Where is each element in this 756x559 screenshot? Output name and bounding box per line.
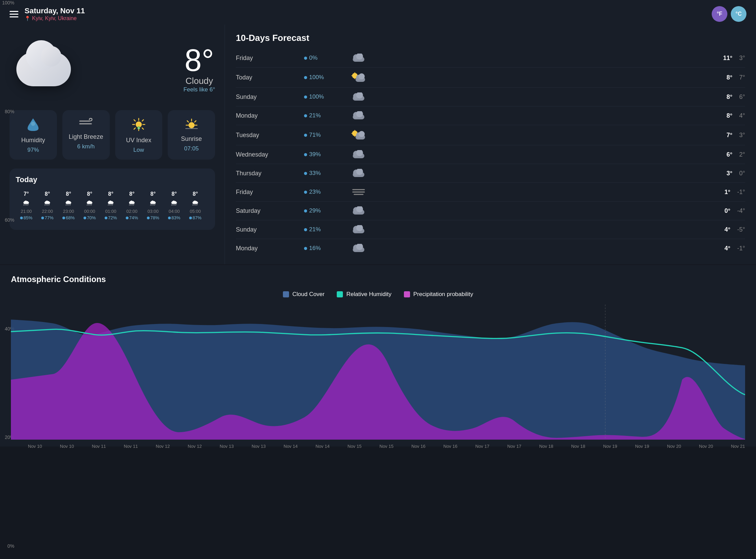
hour-time: 23:00	[63, 209, 74, 214]
forecast-day: Tuesday	[236, 132, 304, 139]
forecast-row: Tuesday 71% 7° 3°	[236, 125, 745, 145]
precip-dot	[189, 217, 192, 219]
forecast-list: Friday 0% 11° 3° Today 100% 8° 7° Sunday…	[236, 49, 745, 258]
forecast-weather-icon	[345, 169, 372, 178]
forecast-row: Sunday 100% 8° 6°	[236, 88, 745, 106]
forecast-low: -1°	[737, 189, 745, 196]
precip-dot	[20, 217, 23, 219]
header-left: Saturday, Nov 11 📍 Kyiv, Kyiv, Ukraine	[10, 6, 85, 21]
hour-item: 7° 🌧 21:00 85%	[16, 190, 37, 222]
fahrenheit-button[interactable]: °F	[712, 6, 727, 22]
legend-dot	[404, 291, 410, 297]
forecast-weather-icon	[345, 188, 372, 196]
x-label: Nov 17	[507, 444, 521, 449]
forecast-weather-icon	[345, 72, 372, 83]
stat-card-wind: Light Breeze 6 km/h	[62, 110, 110, 160]
precip-dot	[304, 191, 307, 194]
forecast-high: 3°	[727, 170, 732, 177]
forecast-day: Today	[236, 74, 304, 81]
x-label: Nov 12	[156, 444, 170, 449]
forecast-temps: 8° 6°	[727, 93, 745, 101]
hour-item: 8° 🌧 06:00 86%	[206, 190, 209, 222]
precip-dot	[41, 217, 44, 219]
forecast-temps: 7° 3°	[727, 132, 745, 139]
precip-dot	[304, 228, 307, 231]
hour-weather-icon: 🌧	[65, 198, 72, 207]
x-label: Nov 15	[348, 444, 362, 449]
svg-point-45	[359, 131, 365, 137]
forecast-day: Sunday	[236, 226, 304, 233]
svg-line-9	[142, 128, 143, 129]
condition: Cloudy	[183, 76, 215, 86]
chart-svg	[11, 305, 745, 440]
chart-x-labels: Nov 10Nov 10Nov 11Nov 11Nov 12Nov 12Nov …	[11, 441, 745, 449]
sunrise-label: Sunrise	[181, 135, 202, 143]
x-label: Nov 18	[539, 444, 553, 449]
precip-dot	[304, 57, 307, 60]
legend-item: Relative Humidity	[337, 291, 391, 298]
x-label: Nov 15	[379, 444, 393, 449]
precip-dot	[304, 209, 307, 212]
svg-line-8	[134, 120, 135, 121]
uv-label: UV Index	[126, 137, 151, 144]
forecast-precip: 21%	[304, 112, 345, 119]
forecast-temps: 11° 3°	[723, 55, 745, 62]
hour-weather-icon: 🌧	[86, 198, 93, 207]
hour-precip: 77%	[41, 215, 54, 220]
hour-temp: 8°	[108, 191, 113, 197]
location-pin-icon: 📍	[25, 16, 30, 21]
weather-hero: 8° Cloudy Feels like 6°	[10, 35, 215, 103]
legend-dot	[337, 291, 343, 297]
precip-dot	[304, 76, 307, 79]
x-label: Nov 11	[92, 444, 106, 449]
sunrise-value: 07:05	[184, 145, 199, 152]
hour-temp: 8°	[87, 191, 92, 197]
header: Saturday, Nov 11 📍 Kyiv, Kyiv, Ukraine °…	[0, 0, 756, 25]
forecast-row: Monday 16% 4° -1°	[236, 239, 745, 258]
hour-temp: 7°	[24, 191, 29, 197]
hour-time: 04:00	[169, 209, 180, 214]
chart-title: Atmospheric Conditions	[11, 275, 745, 284]
forecast-day: Sunday	[236, 93, 304, 101]
today-section: Today 7° 🌧 21:00 85% 8° 🌧 22:00 77% 8° 🌧…	[10, 168, 215, 230]
forecast-row: Today 100% 8° 7°	[236, 68, 745, 88]
left-panel: 8° Cloudy Feels like 6° Humidity 97% Lig…	[0, 25, 225, 264]
forecast-day: Friday	[236, 189, 304, 196]
svg-line-11	[134, 128, 135, 129]
x-label: Nov 13	[220, 444, 234, 449]
x-label: Nov 14	[316, 444, 330, 449]
feels-like: Feels like 6°	[183, 86, 215, 93]
forecast-high: 8°	[727, 112, 732, 119]
legend-item: Precipitation probability	[404, 291, 473, 298]
celsius-button[interactable]: °C	[731, 6, 746, 22]
forecast-row: Wednesday 39% 6° 2°	[236, 145, 745, 164]
x-label: Nov 19	[635, 444, 649, 449]
x-label: Nov 16	[443, 444, 457, 449]
forecast-precip: 100%	[304, 93, 345, 100]
humidity-value: 97%	[27, 147, 39, 153]
wind-icon	[79, 118, 93, 131]
hour-item: 8° 🌧 01:00 72%	[100, 190, 121, 222]
precip-dot	[304, 95, 307, 99]
forecast-high: 7°	[727, 132, 732, 139]
x-label: Nov 14	[284, 444, 298, 449]
precip-dot	[84, 217, 86, 219]
forecast-low: 3°	[739, 55, 745, 62]
precip-dot	[304, 247, 307, 250]
forecast-temps: 1° -1°	[725, 189, 745, 196]
forecast-high: 4°	[725, 226, 730, 233]
humidity-label: Humidity	[21, 137, 45, 144]
temperature: 8°	[183, 45, 215, 76]
forecast-precip: 29%	[304, 207, 345, 214]
forecast-precip: 71%	[304, 132, 345, 138]
x-label: Nov 20	[699, 444, 713, 449]
forecast-high: 8°	[727, 93, 732, 101]
svg-point-0	[31, 122, 35, 126]
svg-line-19	[195, 121, 196, 122]
hour-weather-icon: 🌧	[128, 198, 136, 207]
hour-temp: 8°	[66, 191, 71, 197]
y-label: 0%	[7, 543, 14, 549]
hourly-scroll[interactable]: 7° 🌧 21:00 85% 8° 🌧 22:00 77% 8° 🌧 23:00…	[16, 190, 209, 224]
forecast-high: 6°	[727, 151, 732, 158]
forecast-temps: 4° -1°	[725, 245, 745, 252]
